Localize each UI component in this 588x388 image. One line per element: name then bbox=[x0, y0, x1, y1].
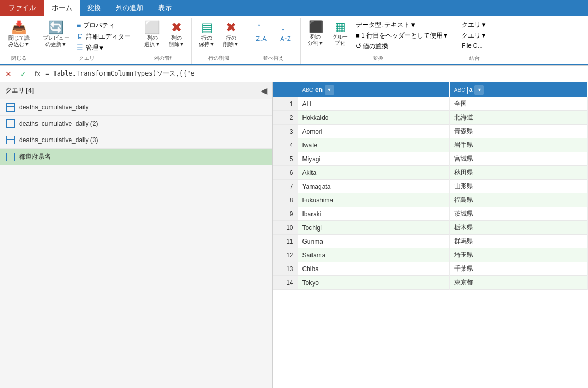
query-item-0[interactable]: deaths_cumulative_daily bbox=[0, 99, 272, 116]
fx-label: fx bbox=[32, 70, 43, 78]
split-column-icon: ⬛ bbox=[309, 21, 323, 33]
formula-input[interactable] bbox=[45, 70, 586, 78]
ribbon-group-transform: ⬛ 列の分割▼ ▦ グループ化 データ型: テキスト▼ ■ 1 行目をヘッダーと… bbox=[301, 18, 455, 64]
group-by-button[interactable]: ▦ グループ化 bbox=[328, 19, 352, 49]
remove-rows-button[interactable]: ✖ 行の削除▼ bbox=[219, 19, 243, 50]
cell-en: Miyagi bbox=[298, 152, 449, 166]
query-label: deaths_cumulative_daily (3) bbox=[19, 136, 98, 144]
group-label-combine: 結合 bbox=[458, 53, 490, 63]
cell-ja: 千葉県 bbox=[449, 262, 587, 276]
main-area: クエリ [4] ◀ deaths_cumulative_dailydeaths_… bbox=[0, 82, 588, 388]
cell-ja: 全国 bbox=[449, 97, 587, 111]
cell-ja: 青森県 bbox=[449, 125, 587, 138]
row-number: 1 bbox=[273, 97, 298, 111]
col-header-ja[interactable]: ABC ja ▼ bbox=[449, 82, 587, 97]
table-row[interactable]: 12Saitama埼玉県 bbox=[273, 248, 588, 262]
sort-desc-button[interactable]: ↓A↑Z bbox=[274, 19, 297, 44]
group-label-close: 閉じる bbox=[5, 53, 33, 63]
close-load-button[interactable]: 📥 閉じて読み込む▼ bbox=[5, 19, 33, 50]
file-combine-button[interactable]: File C... bbox=[458, 41, 490, 50]
table-row[interactable]: 11Gunma群馬県 bbox=[273, 235, 588, 248]
col-dropdown-en[interactable]: ▼ bbox=[325, 85, 334, 95]
group-label-row-reduce: 行の削減 bbox=[195, 53, 243, 63]
transform-small-buttons: データ型: テキスト▼ ■ 1 行目をヘッダーとして使用▼ ↺ 値の置換 bbox=[353, 19, 452, 51]
properties-button[interactable]: ≡ プロパティ bbox=[74, 20, 134, 31]
grid-container[interactable]: ABC en ▼ ABC ja ▼ bbox=[273, 82, 588, 388]
cell-en: Fukushima bbox=[298, 193, 449, 207]
cell-ja: 福島県 bbox=[449, 193, 587, 207]
keep-rows-button[interactable]: ▤ 行の保持▼ bbox=[195, 19, 218, 50]
query-list: deaths_cumulative_dailydeaths_cumulative… bbox=[0, 99, 272, 388]
preview-refresh-button[interactable]: 🔄 プレビューの更新▼ bbox=[40, 19, 72, 50]
cell-ja: 東京都 bbox=[449, 276, 587, 290]
tab-henkann[interactable]: 変換 bbox=[80, 0, 108, 16]
table-row[interactable]: 2Hokkaido北海道 bbox=[273, 111, 588, 125]
table-row[interactable]: 4Iwate岩手県 bbox=[273, 138, 588, 152]
cell-ja: 埼玉県 bbox=[449, 248, 587, 262]
combine-query2-button[interactable]: クエリ▼ bbox=[458, 31, 490, 41]
group-by-icon: ▦ bbox=[335, 21, 346, 33]
properties-icon: ≡ bbox=[77, 21, 81, 30]
cell-en: Aomori bbox=[298, 125, 449, 138]
remove-rows-icon: ✖ bbox=[226, 21, 236, 34]
split-column-button[interactable]: ⬛ 列の分割▼ bbox=[304, 19, 327, 49]
row-number: 6 bbox=[273, 166, 298, 180]
select-column-button[interactable]: ⬜ 列の選択▼ bbox=[141, 19, 164, 50]
row-number: 10 bbox=[273, 221, 298, 235]
replace-values-button[interactable]: ↺ 値の置換 bbox=[353, 41, 452, 51]
cell-en: Saitama bbox=[298, 248, 449, 262]
tab-file[interactable]: ファイル bbox=[0, 0, 44, 16]
table-row[interactable]: 8Fukushima福島県 bbox=[273, 193, 588, 207]
tab-retunotuika[interactable]: 列の追加 bbox=[108, 0, 151, 16]
table-row[interactable]: 9Ibaraki茨城県 bbox=[273, 207, 588, 221]
table-row[interactable]: 10Tochigi栃木県 bbox=[273, 221, 588, 235]
cell-ja: 山形県 bbox=[449, 180, 587, 193]
row-number: 5 bbox=[273, 152, 298, 166]
row-number: 7 bbox=[273, 180, 298, 193]
confirm-icon: ✓ bbox=[20, 70, 26, 78]
confirm-formula-button[interactable]: ✓ bbox=[17, 68, 30, 80]
sort-asc-icon: ↑Z↓A bbox=[256, 21, 267, 42]
select-column-icon: ⬜ bbox=[144, 21, 160, 34]
cancel-formula-button[interactable]: ✕ bbox=[2, 68, 15, 80]
col-type-en: ABC bbox=[302, 87, 314, 93]
tab-home[interactable]: ホーム bbox=[44, 0, 80, 16]
advanced-editor-button[interactable]: 🗎 詳細エディター bbox=[74, 31, 134, 42]
refresh-icon: 🔄 bbox=[48, 21, 64, 34]
row-number: 2 bbox=[273, 111, 298, 125]
cell-ja: 秋田県 bbox=[449, 166, 587, 180]
group-label-column-mgmt: 列の管理 bbox=[141, 53, 188, 63]
query-item-2[interactable]: deaths_cumulative_daily (3) bbox=[0, 132, 272, 149]
sidebar-toggle-button[interactable]: ◀ bbox=[261, 86, 267, 96]
sort-asc-button[interactable]: ↑Z↓A bbox=[250, 19, 273, 44]
combine-small-buttons: クエリ▼ クエリ▼ File C... bbox=[458, 19, 490, 50]
tab-hyoji[interactable]: 表示 bbox=[151, 0, 179, 16]
use-first-row-button[interactable]: ■ 1 行目をヘッダーとして使用▼ bbox=[353, 31, 452, 41]
sort-desc-icon: ↓A↑Z bbox=[280, 21, 291, 42]
table-row[interactable]: 6Akita秋田県 bbox=[273, 166, 588, 180]
query-label: 都道府県名 bbox=[19, 152, 51, 161]
table-row[interactable]: 1ALL全国 bbox=[273, 97, 588, 111]
cell-ja: 岩手県 bbox=[449, 138, 587, 152]
data-type-button[interactable]: データ型: テキスト▼ bbox=[353, 20, 452, 30]
keep-rows-icon: ▤ bbox=[201, 21, 213, 34]
combine-query1-button[interactable]: クエリ▼ bbox=[458, 20, 490, 30]
query-item-1[interactable]: deaths_cumulative_daily (2) bbox=[0, 116, 272, 132]
query-table-icon bbox=[6, 136, 15, 144]
table-row[interactable]: 13Chiba千葉県 bbox=[273, 262, 588, 276]
col-header-en[interactable]: ABC en ▼ bbox=[298, 82, 449, 97]
query-small-buttons: ≡ プロパティ 🗎 詳細エディター ☰ 管理▼ bbox=[74, 19, 134, 53]
cancel-icon: ✕ bbox=[5, 70, 12, 78]
editor-icon: 🗎 bbox=[77, 32, 84, 41]
table-row[interactable]: 7Yamagata山形県 bbox=[273, 180, 588, 193]
row-number: 3 bbox=[273, 125, 298, 138]
ribbon-group-sort: ↑Z↓A ↓A↑Z 並べ替え bbox=[246, 18, 301, 64]
cell-ja: 栃木県 bbox=[449, 221, 587, 235]
manage-button[interactable]: ☰ 管理▼ bbox=[74, 42, 134, 53]
table-row[interactable]: 14Tokyo東京都 bbox=[273, 276, 588, 290]
remove-column-button[interactable]: ✖ 列の削除▼ bbox=[165, 19, 188, 50]
table-row[interactable]: 3Aomori青森県 bbox=[273, 125, 588, 138]
col-dropdown-ja[interactable]: ▼ bbox=[474, 85, 484, 95]
table-row[interactable]: 5Miyagi宮城県 bbox=[273, 152, 588, 166]
query-item-3[interactable]: 都道府県名 bbox=[0, 149, 272, 165]
